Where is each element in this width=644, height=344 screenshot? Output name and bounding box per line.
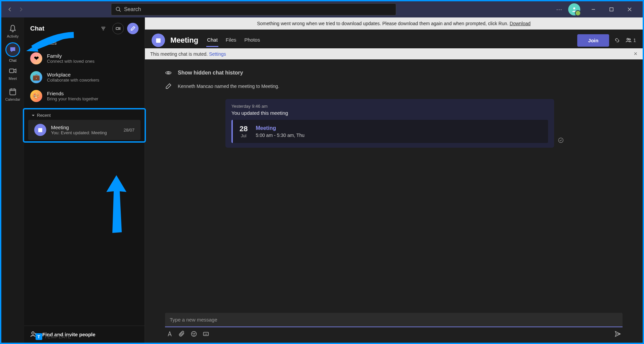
pencil-icon (165, 83, 172, 90)
rail-meet[interactable]: Meet (3, 64, 22, 83)
event-details-card[interactable]: 28 Jul Meeting 5:00 am - 5:30 am, Thu (231, 120, 548, 143)
template-title: Friends (47, 91, 98, 96)
rail-calendar[interactable]: Calendar (3, 85, 22, 104)
tab-chat[interactable]: Chat (206, 34, 218, 47)
annotation-arrow-recent (103, 175, 130, 237)
muted-settings-link[interactable]: Settings (209, 51, 226, 57)
join-button[interactable]: Join (577, 34, 609, 47)
recent-header[interactable]: Recent (25, 111, 143, 120)
event-time: Yesterday 9:46 am (231, 104, 548, 109)
muted-close-button[interactable]: × (634, 50, 637, 57)
svg-point-12 (627, 38, 629, 40)
attach-icon[interactable] (178, 331, 185, 337)
new-chat-button[interactable] (127, 23, 139, 34)
svg-text:GIF: GIF (204, 333, 208, 335)
watermark: T TEMPLATE (36, 333, 71, 340)
window-close-button[interactable] (622, 4, 637, 15)
participants-button[interactable]: 1 (625, 37, 636, 44)
nav-back-button[interactable] (5, 5, 15, 14)
show-hidden-history[interactable]: Show hidden chat history (165, 66, 623, 80)
event-day: 28 (239, 125, 248, 133)
meet-now-button[interactable] (112, 23, 124, 34)
rail-meet-label: Meet (9, 77, 17, 81)
system-message-named: Kenneth Mancao named the meeting to Meet… (165, 80, 623, 93)
search-placeholder: Search (124, 6, 141, 12)
svg-point-0 (116, 7, 120, 11)
template-title: Workplace (47, 72, 99, 78)
meeting-update-card: Yesterday 9:46 am You updated this meeti… (225, 99, 554, 148)
user-avatar[interactable] (568, 3, 580, 15)
app-rail: Activity Chat Meet Calendar (1, 17, 24, 343)
search-icon (115, 6, 121, 12)
svg-rect-4 (10, 89, 15, 95)
template-workplace[interactable]: 💼 Workplace Collaborate with coworkers (30, 68, 139, 87)
rail-chat-label: Chat (5, 58, 20, 62)
search-input[interactable]: Search (111, 3, 396, 15)
emoji-icon[interactable] (191, 331, 197, 337)
svg-point-18 (195, 333, 195, 334)
send-icon[interactable] (614, 331, 621, 337)
template-sub: Connect with loved ones (47, 59, 95, 64)
rail-calendar-label: Calendar (5, 97, 20, 101)
event-when: 5:00 am - 5:30 am, Thu (256, 133, 304, 138)
svg-point-10 (32, 332, 34, 334)
svg-point-16 (192, 332, 197, 337)
calendar-badge-icon (34, 124, 46, 136)
tab-files[interactable]: Files (225, 34, 237, 47)
svg-rect-2 (610, 8, 613, 11)
person-icon (571, 6, 577, 12)
gif-icon[interactable]: GIF (203, 331, 209, 337)
filter-button[interactable] (98, 23, 109, 34)
recent-chat-meeting[interactable]: Meeting You: Event updated: Meeting 28/0… (28, 120, 141, 140)
eye-icon (165, 69, 172, 76)
template-friends[interactable]: 🎨 Friends Bring your friends together (30, 87, 139, 105)
video-icon (8, 66, 17, 75)
template-sub: Collaborate with coworkers (47, 78, 99, 83)
more-options-button[interactable]: ⋯ (556, 6, 563, 13)
rail-activity[interactable]: Activity (3, 21, 22, 41)
recent-highlight-box: Recent Meeting You: Event updated: Meeti… (23, 108, 146, 143)
bell-icon (8, 24, 17, 33)
message-read-icon (558, 138, 564, 144)
template-title: Family (47, 53, 95, 59)
download-link[interactable]: Download (510, 21, 531, 26)
copy-link-button[interactable] (614, 37, 621, 44)
content-title: Meeting (170, 36, 198, 45)
svg-marker-9 (106, 175, 126, 233)
update-alert-bar: Something went wrong when we tried to do… (145, 17, 643, 30)
message-input[interactable]: Type a new message (165, 313, 623, 327)
svg-point-1 (573, 7, 575, 9)
templates-header: emplates (30, 38, 139, 49)
link-icon (614, 37, 621, 44)
chat-content: Something went wrong when we tried to do… (145, 17, 643, 343)
format-icon[interactable] (166, 331, 173, 337)
briefcase-icon: 💼 (30, 71, 42, 83)
tab-photos[interactable]: Photos (244, 34, 261, 47)
svg-rect-3 (9, 69, 14, 73)
recent-title: Meeting (51, 125, 119, 130)
chevron-down-icon (32, 114, 35, 117)
template-family[interactable]: ❤ Family Connect with loved ones (30, 49, 139, 68)
titlebar: Search ⋯ (1, 1, 643, 17)
chat-panel-title: Chat (30, 25, 98, 32)
meeting-badge-icon (152, 34, 165, 47)
recent-sub: You: Event updated: Meeting (51, 130, 119, 135)
svg-point-14 (168, 72, 169, 74)
nav-forward-button[interactable] (16, 5, 25, 14)
window-maximize-button[interactable] (604, 4, 619, 15)
svg-point-13 (629, 39, 630, 40)
event-name: Meeting (256, 125, 304, 131)
svg-rect-5 (116, 28, 119, 30)
svg-rect-11 (156, 38, 160, 43)
template-sub: Bring your friends together (47, 96, 98, 101)
chat-icon (9, 46, 16, 53)
muted-notice-bar: This meeting chat is muted. Settings × (145, 48, 643, 59)
people-icon (625, 37, 632, 44)
svg-rect-8 (38, 128, 42, 129)
window-minimize-button[interactable] (586, 4, 601, 15)
rail-activity-label: Activity (7, 34, 19, 38)
event-headline: You updated this meeting (231, 110, 548, 116)
chat-list-panel: Chat emplates ❤ Family Connect with love… (24, 17, 145, 343)
recent-date: 28/07 (123, 128, 135, 133)
rail-chat[interactable]: Chat (5, 42, 20, 62)
